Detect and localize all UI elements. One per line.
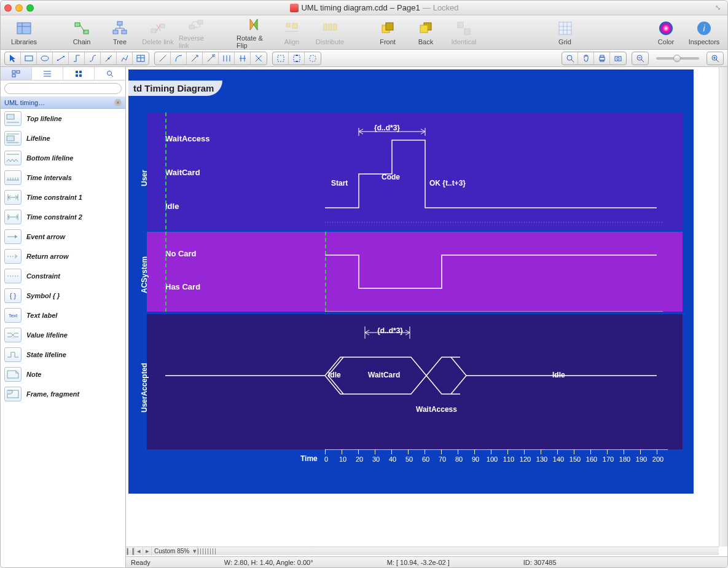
stencil-label: Time intervals <box>26 174 72 181</box>
library-header[interactable]: UML timing… × <box>1 97 125 109</box>
toolbar-front-button[interactable]: Front <box>370 20 405 45</box>
stencil-item[interactable]: Event arrow <box>1 227 125 247</box>
user-state-line <box>147 112 663 229</box>
toolbar-distribute-button[interactable]: Distribute <box>313 20 347 45</box>
stencil-icon <box>4 347 22 362</box>
toolbar-reverse-link-button[interactable]: Reverse link <box>179 16 213 49</box>
hscroll-right-icon[interactable]: ▸ <box>143 547 152 556</box>
zoom-out-button[interactable] <box>632 52 648 65</box>
connector-tool-1[interactable] <box>53 52 69 65</box>
sel-b[interactable] <box>289 52 305 65</box>
conn-a[interactable] <box>155 52 171 65</box>
stencil-item[interactable]: Value lifeline <box>1 325 125 345</box>
sel-c[interactable] <box>305 52 321 65</box>
shape-tool-group <box>4 52 149 65</box>
toolbar-color-button[interactable]: Color <box>649 20 683 45</box>
svg-point-29 <box>41 56 49 61</box>
stencil-item[interactable]: State lifeline <box>1 345 125 365</box>
stencil-item[interactable]: TextText label <box>1 306 125 325</box>
conn-e[interactable] <box>219 52 235 65</box>
zoom-slider[interactable] <box>656 57 699 60</box>
toolbar-identical-button[interactable]: Identical <box>447 20 481 45</box>
stencil-item[interactable]: Bottom lifeline <box>1 148 125 168</box>
toolbar-inspectors-button[interactable]: iInspectors <box>687 20 721 45</box>
camera-tool[interactable] <box>610 52 626 65</box>
table-tool[interactable] <box>133 52 149 65</box>
toolbar-tree-button[interactable]: Tree <box>103 20 137 45</box>
zoom-window-button[interactable] <box>26 4 34 12</box>
toolbar-grid-button[interactable]: Grid <box>548 20 582 45</box>
toolbar-libraries-button[interactable]: Libraries <box>7 20 41 45</box>
svg-rect-31 <box>63 56 65 57</box>
sidebar-tab-search[interactable] <box>95 67 125 80</box>
stencil-label: Symbol { } <box>26 292 60 299</box>
conn-g[interactable] <box>251 52 267 65</box>
zoom-dropdown-icon[interactable]: ▾ <box>192 547 198 556</box>
svg-rect-58 <box>12 71 15 73</box>
stencil-item[interactable]: { }Symbol { } <box>1 286 125 306</box>
toolbar-back-button[interactable]: Back <box>409 20 443 45</box>
stencil-label: Time constraint 2 <box>26 213 82 221</box>
conn-b[interactable] <box>171 52 187 65</box>
sel-a[interactable] <box>273 52 289 65</box>
svg-rect-24 <box>559 22 571 34</box>
hscroll-left-icon[interactable]: ◂ <box>135 547 143 556</box>
time-axis: Time 01020304050607080901001101201301401… <box>147 449 683 468</box>
time-tick-label: 110 <box>503 456 515 463</box>
zoom-in-button[interactable] <box>707 52 723 65</box>
sidebar-tab-grid[interactable] <box>63 67 95 80</box>
toolbar-delete-link-button[interactable]: Delete link <box>141 20 175 45</box>
connector-tool-4[interactable] <box>101 52 117 65</box>
zoom-group <box>632 52 649 65</box>
stencil-icon: { } <box>4 288 22 303</box>
time-tick-label: 70 <box>436 456 448 463</box>
stencil-item[interactable]: Lifeline <box>1 128 125 148</box>
toolbar-rotate-flip-button[interactable]: Rotate & Flip <box>237 16 271 49</box>
select-tool[interactable] <box>5 52 21 65</box>
stencil-item[interactable]: Top lifeline <box>1 109 125 128</box>
window-title: UML timing diagram.cdd – Page1 — Locked <box>34 3 715 12</box>
conn-d[interactable] <box>203 52 219 65</box>
svg-rect-21 <box>420 25 428 33</box>
connector-tool-group <box>154 52 267 65</box>
ruler-split[interactable] <box>198 548 216 554</box>
lane-acsystem: ACSystem No Card Has Card <box>147 232 683 312</box>
print-tool[interactable] <box>594 52 610 65</box>
horizontal-scrollbar[interactable]: ❙❙ ◂ ▸ Custom 85% ▾ <box>126 546 719 555</box>
connector-tool-2[interactable] <box>69 52 85 65</box>
toolbar-chain-button[interactable]: Chain <box>65 20 99 45</box>
hscroll-pause-icon[interactable]: ❙❙ <box>126 547 135 556</box>
stencil-item[interactable]: Frame, fragment <box>1 384 125 404</box>
vertical-scrollbar[interactable] <box>719 67 727 546</box>
stencil-label: Text label <box>26 312 57 319</box>
conn-f[interactable] <box>235 52 251 65</box>
sidebar-tab-stencils[interactable] <box>1 67 32 80</box>
stencil-item[interactable]: Time constraint 2 <box>1 207 125 227</box>
time-tick-label: 150 <box>569 456 581 463</box>
stencil-item[interactable]: Time intervals <box>1 168 125 187</box>
canvas-area: td Timing Diagram User WaitAccess WaitCa… <box>126 67 727 567</box>
stencil-item[interactable]: Time constraint 1 <box>1 187 125 207</box>
rect-tool[interactable] <box>21 52 37 65</box>
minimize-window-button[interactable] <box>15 4 23 12</box>
zoom-tool[interactable] <box>562 52 578 65</box>
stencil-item[interactable]: Return arrow <box>1 247 125 266</box>
toolbar-align-button[interactable]: Align <box>275 20 309 45</box>
svg-line-53 <box>641 60 644 62</box>
time-tick-label: 50 <box>403 456 415 463</box>
library-close-icon[interactable]: × <box>114 99 122 106</box>
sidebar-search-input[interactable] <box>4 83 122 94</box>
ellipse-tool[interactable] <box>37 52 53 65</box>
diagram-title: td Timing Diagram <box>128 81 222 96</box>
stencil-item[interactable]: Constraint <box>1 266 125 286</box>
conn-c[interactable] <box>187 52 203 65</box>
canvas-scroll[interactable]: td Timing Diagram User WaitAccess WaitCa… <box>126 67 727 567</box>
hand-tool[interactable] <box>578 52 594 65</box>
svg-rect-70 <box>7 114 14 119</box>
stencil-item[interactable]: Note <box>1 365 125 384</box>
close-window-button[interactable] <box>4 4 12 12</box>
sidebar-tab-list[interactable] <box>32 67 63 80</box>
connector-tool-5[interactable] <box>117 52 133 65</box>
diagram-canvas[interactable]: td Timing Diagram User WaitAccess WaitCa… <box>128 69 694 494</box>
connector-tool-3[interactable] <box>85 52 101 65</box>
